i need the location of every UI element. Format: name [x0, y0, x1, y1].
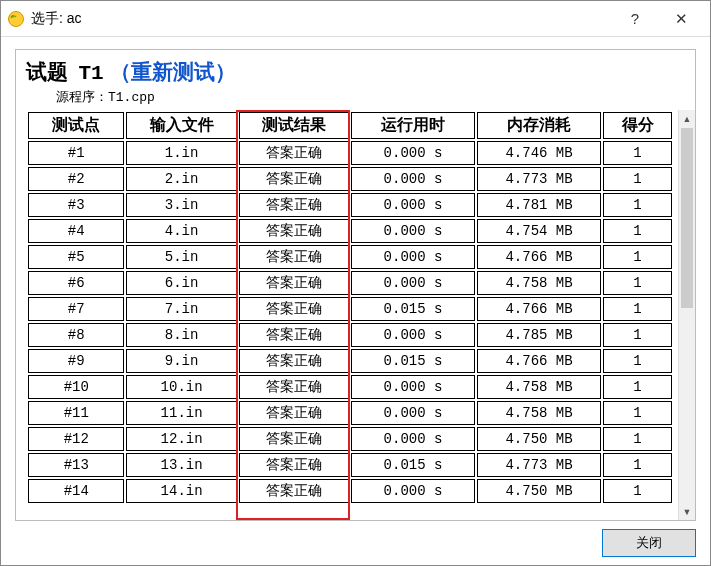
table-row: #66.in答案正确0.000 s4.758 MB1 [28, 271, 672, 295]
cell-mem: 4.773 MB [477, 453, 601, 477]
cell-in: 2.in [126, 167, 236, 191]
cell-rt: 0.000 s [351, 375, 475, 399]
cell-rt: 0.000 s [351, 401, 475, 425]
cell-sc: 1 [603, 375, 672, 399]
cell-in: 13.in [126, 453, 236, 477]
col-score: 得分 [603, 112, 672, 139]
table-row: #11.in答案正确0.000 s4.746 MB1 [28, 141, 672, 165]
window-title: 选手: ac [31, 10, 612, 28]
source-label: 源程序： [56, 89, 108, 104]
cell-mem: 4.766 MB [477, 349, 601, 373]
cell-tp: #1 [28, 141, 124, 165]
cell-in: 8.in [126, 323, 236, 347]
problem-id: T1 [79, 62, 104, 85]
cell-rt: 0.000 s [351, 323, 475, 347]
cell-mem: 4.758 MB [477, 271, 601, 295]
results-panel: 试题 T1 （重新测试） 源程序：T1.cpp 测试点 [15, 49, 696, 521]
cell-mem: 4.750 MB [477, 479, 601, 503]
cell-tp: #3 [28, 193, 124, 217]
table-row: #1212.in答案正确0.000 s4.750 MB1 [28, 427, 672, 451]
cell-tp: #8 [28, 323, 124, 347]
cell-in: 7.in [126, 297, 236, 321]
help-button[interactable]: ? [612, 5, 658, 33]
cell-res: 答案正确 [239, 167, 349, 191]
cell-in: 9.in [126, 349, 236, 373]
cell-rt: 0.000 s [351, 193, 475, 217]
table-row: #99.in答案正确0.015 s4.766 MB1 [28, 349, 672, 373]
cell-res: 答案正确 [239, 349, 349, 373]
cell-res: 答案正确 [239, 401, 349, 425]
cell-rt: 0.000 s [351, 167, 475, 191]
dialog-footer: 关闭 [15, 521, 696, 557]
cell-sc: 1 [603, 479, 672, 503]
cell-mem: 4.746 MB [477, 141, 601, 165]
cell-mem: 4.758 MB [477, 401, 601, 425]
cell-mem: 4.754 MB [477, 219, 601, 243]
cell-rt: 0.015 s [351, 349, 475, 373]
scroll-up-arrow[interactable]: ▲ [679, 110, 695, 127]
cell-rt: 0.015 s [351, 453, 475, 477]
cell-sc: 1 [603, 219, 672, 243]
cell-tp: #5 [28, 245, 124, 269]
cell-res: 答案正确 [239, 245, 349, 269]
cell-in: 14.in [126, 479, 236, 503]
cell-in: 12.in [126, 427, 236, 451]
cell-in: 10.in [126, 375, 236, 399]
cell-res: 答案正确 [239, 193, 349, 217]
cell-rt: 0.000 s [351, 219, 475, 243]
vertical-scrollbar[interactable]: ▲ ▼ [678, 110, 695, 520]
col-input-file: 输入文件 [126, 112, 236, 139]
cell-sc: 1 [603, 245, 672, 269]
cell-res: 答案正确 [239, 427, 349, 451]
close-button[interactable]: 关闭 [602, 529, 696, 557]
dialog-content: 试题 T1 （重新测试） 源程序：T1.cpp 测试点 [1, 37, 710, 565]
table-row: #1313.in答案正确0.015 s4.773 MB1 [28, 453, 672, 477]
retest-link[interactable]: （重新测试） [110, 58, 236, 86]
col-runtime: 运行用时 [351, 112, 475, 139]
cell-mem: 4.785 MB [477, 323, 601, 347]
cell-sc: 1 [603, 349, 672, 373]
cell-in: 6.in [126, 271, 236, 295]
scroll-thumb[interactable] [681, 128, 693, 308]
col-memory: 内存消耗 [477, 112, 601, 139]
table-row: #1414.in答案正确0.000 s4.750 MB1 [28, 479, 672, 503]
window-close-button[interactable]: ✕ [658, 5, 704, 33]
cell-tp: #6 [28, 271, 124, 295]
table-row: #55.in答案正确0.000 s4.766 MB1 [28, 245, 672, 269]
cell-mem: 4.750 MB [477, 427, 601, 451]
cell-in: 1.in [126, 141, 236, 165]
cell-res: 答案正确 [239, 323, 349, 347]
cell-mem: 4.758 MB [477, 375, 601, 399]
col-result: 测试结果 [239, 112, 349, 139]
cell-sc: 1 [603, 427, 672, 451]
cell-tp: #2 [28, 167, 124, 191]
results-table: 测试点 输入文件 测试结果 运行用时 内存消耗 得分 #11.in答案正确0.0… [26, 110, 674, 505]
cell-res: 答案正确 [239, 479, 349, 503]
cell-rt: 0.000 s [351, 479, 475, 503]
cell-rt: 0.000 s [351, 271, 475, 295]
cell-sc: 1 [603, 323, 672, 347]
cell-rt: 0.000 s [351, 141, 475, 165]
cell-in: 11.in [126, 401, 236, 425]
cell-sc: 1 [603, 453, 672, 477]
cell-res: 答案正确 [239, 453, 349, 477]
cell-in: 3.in [126, 193, 236, 217]
cell-sc: 1 [603, 141, 672, 165]
cell-in: 5.in [126, 245, 236, 269]
table-header-row: 测试点 输入文件 测试结果 运行用时 内存消耗 得分 [28, 112, 672, 139]
table-row: #33.in答案正确0.000 s4.781 MB1 [28, 193, 672, 217]
cell-res: 答案正确 [239, 141, 349, 165]
heading-label: 试题 [26, 60, 68, 84]
cell-sc: 1 [603, 401, 672, 425]
cell-rt: 0.000 s [351, 245, 475, 269]
scroll-down-arrow[interactable]: ▼ [679, 503, 695, 520]
cell-sc: 1 [603, 167, 672, 191]
table-row: #88.in答案正确0.000 s4.785 MB1 [28, 323, 672, 347]
table-row: #44.in答案正确0.000 s4.754 MB1 [28, 219, 672, 243]
cell-tp: #12 [28, 427, 124, 451]
cell-mem: 4.766 MB [477, 245, 601, 269]
cell-sc: 1 [603, 297, 672, 321]
window-titlebar: 选手: ac ? ✕ [1, 1, 710, 37]
cell-tp: #14 [28, 479, 124, 503]
cell-tp: #7 [28, 297, 124, 321]
